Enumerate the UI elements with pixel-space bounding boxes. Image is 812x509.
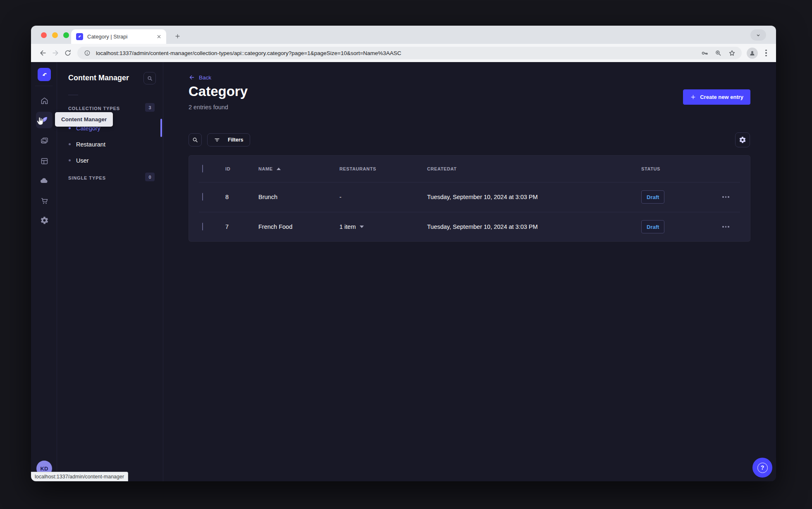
cell-name: Brunch <box>258 194 339 200</box>
cell-createdat: Tuesday, September 10, 2024 at 3:03 PM <box>427 194 641 200</box>
sidebar-search-button[interactable] <box>143 72 156 84</box>
nav-content-type-builder-button[interactable] <box>36 153 53 169</box>
url-text[interactable]: localhost:1337/admin/content-manager/col… <box>96 50 696 56</box>
browser-menu-icon[interactable] <box>762 50 770 57</box>
password-key-icon[interactable] <box>700 48 709 58</box>
create-new-entry-label: Create new entry <box>700 94 743 100</box>
column-header-restaurants[interactable]: RESTAURANTS <box>339 166 427 171</box>
new-tab-button[interactable] <box>172 30 183 42</box>
bullet-icon <box>69 143 71 145</box>
row-checkbox[interactable] <box>202 193 203 201</box>
row-checkbox[interactable] <box>202 223 203 230</box>
sidebar-item-restaurant[interactable]: Restaurant <box>57 136 163 152</box>
back-icon[interactable] <box>37 47 49 59</box>
filters-label: Filters <box>228 137 244 143</box>
row-actions-button[interactable] <box>722 226 729 228</box>
nav-home-button[interactable] <box>36 92 53 109</box>
help-button[interactable]: ? <box>752 458 772 478</box>
question-mark-icon: ? <box>757 463 768 473</box>
sidebar-divider <box>68 95 78 95</box>
active-item-indicator <box>160 119 162 137</box>
nav-marketplace-button[interactable] <box>36 192 53 209</box>
single-types-label: SINGLE TYPES <box>68 175 106 180</box>
cell-id: 8 <box>225 194 258 200</box>
back-link[interactable]: Back <box>189 74 211 81</box>
sidebar-title: Content Manager <box>68 74 129 82</box>
status-badge: Draft <box>641 220 664 233</box>
browser-profile-icon[interactable] <box>747 48 758 59</box>
link-status-bar: localhost:1337/admin/content-manager <box>31 472 128 481</box>
chevron-down-icon <box>360 226 364 228</box>
collection-types-label: COLLECTION TYPES <box>68 106 120 111</box>
minimize-window-button[interactable] <box>52 32 58 38</box>
close-window-button[interactable] <box>41 32 47 38</box>
create-new-entry-button[interactable]: Create new entry <box>683 89 750 105</box>
bullet-icon <box>69 127 71 129</box>
table-search-button[interactable] <box>189 133 202 146</box>
nav-media-library-button[interactable] <box>36 132 53 149</box>
mouse-hand-cursor <box>36 116 45 127</box>
forward-icon[interactable] <box>49 47 62 59</box>
table-row[interactable]: 7 French Food 1 item Tuesday, September … <box>189 212 750 242</box>
cell-id: 7 <box>225 223 258 230</box>
content-manager-tooltip: Content Manager <box>55 112 113 127</box>
status-badge: Draft <box>641 190 664 204</box>
select-all-checkbox[interactable] <box>202 165 203 173</box>
browser-tab[interactable]: Category | Strapi <box>71 29 166 44</box>
tab-search-chevron-icon[interactable] <box>750 29 766 41</box>
browser-toolbar: localhost:1337/admin/content-manager/col… <box>31 44 776 62</box>
main-content: Back Category 2 entries found Create new… <box>163 62 776 481</box>
filters-button[interactable]: Filters <box>207 133 250 146</box>
collection-types-count-badge: 3 <box>145 103 155 112</box>
maximize-window-button[interactable] <box>63 32 69 38</box>
entries-table: ID NAME RESTAURANTS CREATEDAT STATUS 8 B… <box>189 155 750 242</box>
sidebar-item-user[interactable]: User <box>57 152 163 168</box>
strapi-admin-app: KD Content Manager COLLECTION TYPES 3 Ca… <box>31 62 776 481</box>
bookmark-star-icon[interactable] <box>727 48 737 58</box>
reload-icon[interactable] <box>62 47 74 59</box>
cell-restaurants: - <box>339 194 427 200</box>
column-header-id[interactable]: ID <box>225 166 258 171</box>
tab-title: Category | Strapi <box>87 34 153 40</box>
column-header-status[interactable]: STATUS <box>641 166 722 171</box>
site-info-icon[interactable] <box>82 48 92 58</box>
cell-name: French Food <box>258 223 339 230</box>
table-header-row: ID NAME RESTAURANTS CREATEDAT STATUS <box>189 156 750 182</box>
strapi-favicon-icon <box>76 33 83 40</box>
entries-count: 2 entries found <box>189 104 228 110</box>
view-settings-button[interactable] <box>735 132 750 147</box>
nav-settings-button[interactable] <box>36 212 53 228</box>
table-row[interactable]: 8 Brunch - Tuesday, September 10, 2024 a… <box>189 182 750 212</box>
bullet-icon <box>69 159 71 161</box>
single-types-count-badge: 0 <box>145 173 155 181</box>
column-header-createdat[interactable]: CREATEDAT <box>427 166 641 171</box>
cell-restaurants[interactable]: 1 item <box>339 223 427 230</box>
sort-ascending-icon <box>277 168 281 170</box>
tab-close-icon[interactable] <box>157 34 161 39</box>
page-title: Category <box>189 84 248 99</box>
zoom-magnifier-icon[interactable] <box>713 48 723 58</box>
cell-createdat: Tuesday, September 10, 2024 at 3:03 PM <box>427 223 641 230</box>
browser-window: Category | Strapi localhost:1337/admin/c… <box>31 26 776 481</box>
browser-tab-strip: Category | Strapi <box>31 26 776 44</box>
back-label: Back <box>199 74 211 81</box>
nav-cloud-button[interactable] <box>36 173 53 189</box>
row-actions-button[interactable] <box>722 196 729 198</box>
rail-divider <box>35 86 53 86</box>
window-controls <box>41 32 69 38</box>
url-bar[interactable]: localhost:1337/admin/content-manager/col… <box>77 47 742 59</box>
strapi-logo-icon[interactable] <box>38 68 51 81</box>
column-header-name[interactable]: NAME <box>258 166 339 171</box>
